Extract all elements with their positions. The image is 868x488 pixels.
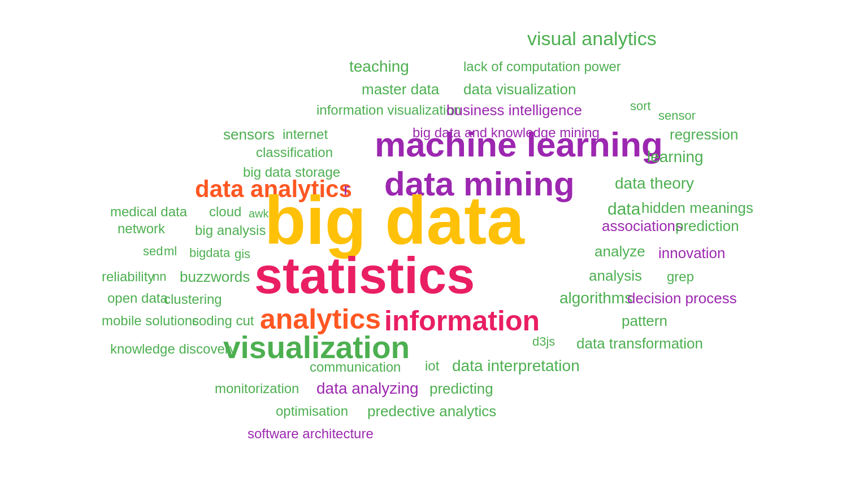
word-item: data interpretation <box>452 357 580 375</box>
word-item: analyze <box>594 243 645 260</box>
word-item: internet <box>283 127 328 142</box>
word-item: prediction <box>675 217 739 235</box>
word-item: nn <box>153 269 166 284</box>
word-item: lack of computation power <box>463 59 621 75</box>
word-item: communication <box>310 359 401 375</box>
word-item: grep <box>667 269 694 285</box>
word-item: d3js <box>532 334 555 349</box>
word-item: iot <box>425 358 439 374</box>
word-item: data analyzing <box>316 380 419 398</box>
word-item: monitorization <box>215 381 299 396</box>
word-item: knowledge discovery <box>110 341 236 357</box>
word-item: innovation <box>658 245 726 262</box>
word-item: hidden meanings <box>641 199 753 217</box>
word-item: analysis <box>589 267 642 285</box>
word-item: algorithms <box>559 289 632 307</box>
word-item: pattern <box>622 312 667 330</box>
word-item: clustering <box>164 291 222 307</box>
word-item: business intelligence <box>446 102 582 119</box>
word-item: big analysis <box>195 223 266 238</box>
word-item: coding cut <box>192 313 254 329</box>
word-item: software architecture <box>248 426 374 442</box>
word-item: cloud <box>209 204 241 220</box>
word-item: statistics <box>254 247 475 305</box>
word-item: predective analytics <box>367 403 496 420</box>
word-item: bigdata <box>189 246 230 260</box>
word-item: open data <box>107 290 168 306</box>
word-item: sed <box>143 244 163 259</box>
word-item: mobile solutions <box>102 313 199 329</box>
word-item: medical data <box>110 204 187 220</box>
word-item: data theory <box>615 175 694 193</box>
word-item: optimisation <box>276 403 348 419</box>
word-item: teaching <box>349 58 409 76</box>
word-item: sensors <box>223 126 275 143</box>
word-item: master data <box>362 81 439 98</box>
word-item: data visualization <box>463 81 576 98</box>
word-item: buzzwords <box>180 268 250 286</box>
word-item: decision process <box>627 290 737 307</box>
word-item: predicting <box>429 380 493 398</box>
word-cloud: visual analyticsteachinglack of computat… <box>0 0 868 488</box>
word-item: classification <box>256 145 333 160</box>
word-item: machine learning <box>375 124 663 164</box>
word-item: ml <box>164 244 177 259</box>
word-item: data transformation <box>576 335 703 352</box>
word-item: sensor <box>658 108 696 123</box>
word-item: sort <box>630 99 651 114</box>
word-item: gis <box>235 247 250 262</box>
word-item: learning <box>647 148 704 166</box>
word-item: network <box>118 221 165 237</box>
word-item: reliability <box>102 269 154 285</box>
word-item: information visualization <box>316 102 461 118</box>
word-item: data <box>607 199 640 219</box>
word-item: regression <box>670 126 738 143</box>
word-item: visual analytics <box>527 28 657 50</box>
word-item: associations <box>602 217 683 235</box>
